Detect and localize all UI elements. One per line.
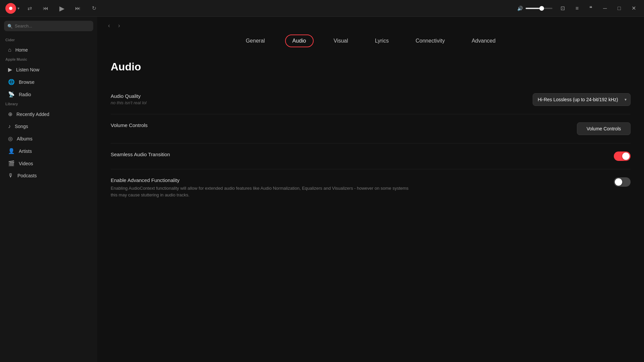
toggle-thumb	[615, 178, 622, 186]
sidebar-item-videos[interactable]: 🎬 Videos	[3, 157, 95, 170]
songs-icon: ♪	[8, 123, 11, 129]
sidebar-item-label: Browse	[19, 79, 35, 85]
sidebar-item-label: Podcasts	[17, 173, 37, 178]
setting-row-seamless-audio: Seamless Audio Transition	[111, 143, 631, 169]
nav-back-button[interactable]: ‹	[105, 21, 113, 31]
back-button[interactable]: ⏮	[41, 4, 50, 13]
sidebar-item-label: Listen Now	[16, 67, 39, 72]
tab-audio[interactable]: Audio	[285, 35, 314, 47]
play-button[interactable]: ▶	[57, 4, 66, 13]
audio-quality-control: AAC High Quality Lossless Hi-Res Lossles…	[533, 93, 631, 106]
setting-label-wrap-volume: Volume Controls	[111, 122, 413, 129]
sidebar-item-home[interactable]: ⌂ Home	[3, 44, 95, 56]
content-nav: ‹ ›	[97, 17, 644, 35]
recently-added-icon: ⊕	[8, 111, 12, 117]
audio-quality-label: Audio Quality	[111, 93, 413, 99]
tab-lyrics[interactable]: Lyrics	[368, 35, 395, 47]
setting-row-audio-quality: Audio Quality no this isn't real lol AAC…	[111, 85, 631, 114]
albums-icon: ◎	[8, 135, 13, 142]
tab-general[interactable]: General	[239, 35, 272, 47]
volume-controls-label: Volume Controls	[111, 122, 413, 128]
settings-content: Audio Audio Quality no this isn't real l…	[97, 54, 644, 362]
sidebar-item-label: Recently Added	[16, 112, 49, 117]
seamless-audio-control	[614, 152, 631, 161]
sidebar-item-browse[interactable]: 🌐 Browse	[3, 76, 95, 88]
advanced-functionality-toggle[interactable]	[614, 177, 631, 187]
close-button[interactable]: ✕	[629, 4, 639, 13]
sidebar-item-label: Albums	[17, 136, 33, 141]
page-title: Audio	[111, 61, 631, 73]
lyrics-button[interactable]: ❝	[587, 4, 595, 13]
sidebar-item-listen-now[interactable]: ▶ Listen Now	[3, 63, 95, 76]
tab-advanced[interactable]: Advanced	[465, 35, 502, 47]
playback-controls: ⇄ ⏮ ▶ ⏭ ↻	[25, 4, 99, 13]
seamless-audio-label: Seamless Audio Transition	[111, 152, 413, 157]
sidebar-item-label: Radio	[19, 92, 31, 97]
nav-forward-button[interactable]: ›	[115, 21, 123, 31]
advanced-functionality-control	[614, 177, 631, 187]
audio-quality-dropdown-wrap: AAC High Quality Lossless Hi-Res Lossles…	[533, 93, 631, 106]
setting-row-advanced-functionality: Enable Advanced Functionality Enabling A…	[111, 169, 631, 206]
volume-thumb	[539, 6, 544, 11]
content-area: ‹ › General Audio Visual Lyrics Connecti…	[97, 17, 644, 362]
toggle-thumb	[622, 153, 630, 160]
repeat-button[interactable]: ↻	[89, 4, 99, 13]
sidebar-item-label: Songs	[15, 124, 28, 129]
search-input[interactable]	[4, 21, 93, 31]
volume-slider[interactable]	[526, 8, 552, 9]
titlebar: ▾ ⇄ ⏮ ▶ ⏭ ↻ 🔊 ⊡ ≡ ❝ ─ □ ✕	[0, 0, 644, 17]
forward-button[interactable]: ⏭	[73, 4, 83, 13]
setting-row-volume-controls: Volume Controls Volume Controls	[111, 114, 631, 143]
sidebar-item-artists[interactable]: 👤 Artists	[3, 145, 95, 157]
search-wrap-inner: 🔍	[4, 21, 93, 31]
sidebar-item-podcasts[interactable]: 🎙 Podcasts	[3, 170, 95, 182]
listen-now-icon: ▶	[8, 66, 12, 73]
home-icon: ⌂	[8, 47, 11, 53]
sidebar-section-cider: Cider	[0, 37, 97, 44]
sidebar: 🔍 Cider ⌂ Home Apple Music ▶ Listen Now …	[0, 17, 97, 362]
setting-label-wrap-audio-quality: Audio Quality no this isn't real lol	[111, 93, 413, 105]
tab-visual[interactable]: Visual	[327, 35, 355, 47]
logo-chevron-icon: ▾	[17, 6, 19, 11]
sidebar-item-radio[interactable]: 📡 Radio	[3, 88, 95, 101]
titlebar-left: ▾ ⇄ ⏮ ▶ ⏭ ↻	[5, 3, 99, 14]
radio-icon: 📡	[8, 91, 15, 98]
sidebar-section-apple-music: Apple Music	[0, 56, 97, 63]
maximize-button[interactable]: □	[615, 4, 624, 13]
queue-button[interactable]: ≡	[573, 4, 581, 13]
advanced-functionality-label: Enable Advanced Functionality	[111, 177, 413, 183]
setting-label-wrap-advanced: Enable Advanced Functionality Enabling A…	[111, 177, 413, 198]
logo-circle	[5, 3, 16, 14]
titlebar-right: 🔊 ⊡ ≡ ❝ ─ □ ✕	[517, 0, 639, 16]
volume-controls-control: Volume Controls	[577, 122, 631, 135]
search-wrap: 🔍	[0, 21, 97, 37]
shuffle-button[interactable]: ⇄	[25, 4, 34, 13]
artists-icon: 👤	[8, 148, 15, 154]
volume-controls-button[interactable]: Volume Controls	[577, 122, 631, 135]
minimize-button[interactable]: ─	[600, 4, 609, 13]
tabs-bar: General Audio Visual Lyrics Connectivity…	[97, 35, 644, 54]
sidebar-item-recently-added[interactable]: ⊕ Recently Added	[3, 108, 95, 120]
videos-icon: 🎬	[8, 160, 15, 167]
browse-icon: 🌐	[8, 79, 15, 85]
sidebar-item-label: Artists	[19, 148, 32, 154]
podcasts-icon: 🎙	[8, 173, 13, 179]
miniplayer-button[interactable]: ⊡	[558, 4, 568, 13]
search-icon: 🔍	[7, 23, 13, 28]
sidebar-section-library: Library	[0, 101, 97, 108]
volume-area: 🔊	[517, 6, 552, 11]
volume-icon: 🔊	[517, 6, 523, 11]
sidebar-item-albums[interactable]: ◎ Albums	[3, 132, 95, 145]
sidebar-item-songs[interactable]: ♪ Songs	[3, 120, 95, 132]
audio-quality-select[interactable]: AAC High Quality Lossless Hi-Res Lossles…	[533, 93, 631, 106]
audio-quality-sublabel: no this isn't real lol	[111, 100, 413, 105]
logo-button[interactable]: ▾	[5, 3, 19, 14]
sidebar-item-label: Home	[15, 47, 28, 53]
seamless-audio-toggle[interactable]	[614, 152, 631, 161]
main-layout: 🔍 Cider ⌂ Home Apple Music ▶ Listen Now …	[0, 17, 644, 362]
advanced-functionality-desc: Enabling AudioContext functionality will…	[111, 185, 413, 198]
setting-label-wrap-seamless: Seamless Audio Transition	[111, 152, 413, 159]
tab-connectivity[interactable]: Connectivity	[409, 35, 451, 47]
sidebar-item-label: Videos	[19, 161, 33, 166]
